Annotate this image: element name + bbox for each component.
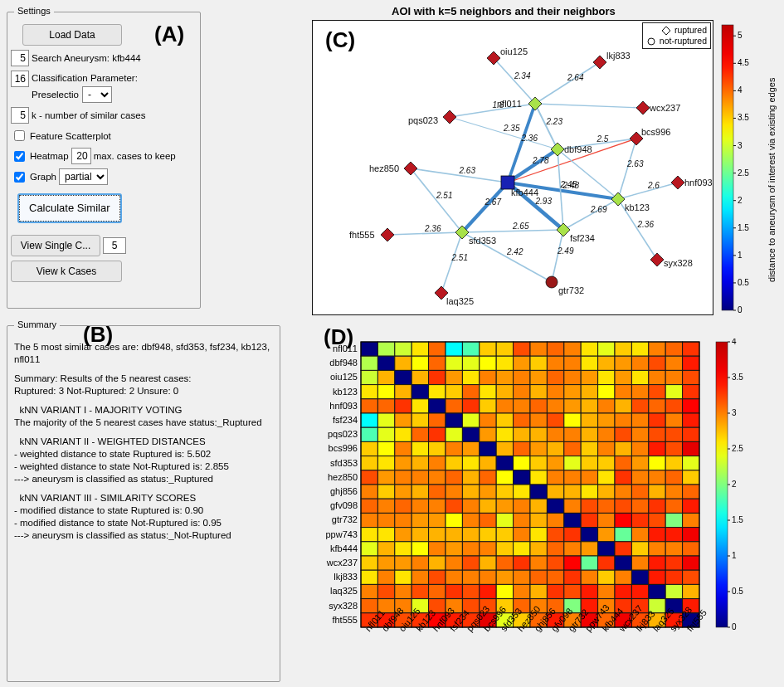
summary-line: The 5 most similar cases are: dbf948, sf…	[14, 341, 273, 366]
svg-rect-351	[665, 528, 682, 542]
graph-dropdown[interactable]: partial	[59, 168, 108, 185]
preselect-label: Preselectio	[32, 87, 79, 102]
svg-rect-233	[361, 456, 377, 470]
svg-rect-82	[514, 342, 530, 356]
svg-rect-305	[564, 499, 581, 513]
summary-line: - weighted distance to state Not-Rupture…	[14, 460, 273, 473]
svg-rect-410	[649, 570, 665, 584]
preselect-dropdown[interactable]: -	[82, 86, 112, 103]
svg-rect-158	[446, 399, 462, 413]
svg-rect-328	[615, 513, 631, 527]
svg-rect-290	[649, 485, 665, 499]
graph-node[interactable]	[443, 110, 456, 124]
graph-panel[interactable]: 2.782.362.672.932.482.632.232.342.641.82…	[312, 20, 713, 315]
svg-rect-131	[665, 370, 682, 384]
svg-rect-241	[496, 456, 513, 470]
svg-rect-325	[564, 513, 581, 527]
graph-node[interactable]	[546, 276, 558, 288]
heatmap-checkbox[interactable]	[14, 151, 25, 162]
svg-rect-143	[530, 385, 547, 399]
svg-rect-78	[446, 342, 462, 356]
heatmap-ylabel: dbf948	[329, 358, 358, 368]
graph-node[interactable]	[381, 228, 394, 241]
svg-rect-356	[411, 542, 428, 556]
svg-text:2.51: 2.51	[451, 253, 468, 262]
svg-rect-422	[514, 584, 530, 598]
k-input[interactable]	[11, 107, 29, 124]
graph-node[interactable]	[593, 56, 606, 69]
svg-rect-426	[581, 584, 597, 598]
svg-rect-100	[480, 356, 496, 370]
svg-rect-397	[429, 570, 446, 584]
svg-rect-194	[377, 427, 394, 441]
summary-panel-title: Summary	[14, 319, 60, 329]
heatmap-svg[interactable]: nfl011dbf948oiu125kb123hnf093fsf234pqs02…	[315, 339, 763, 684]
svg-rect-155	[395, 399, 411, 413]
svg-rect-260	[480, 470, 496, 485]
search-aneurysm-input[interactable]	[11, 50, 29, 66]
svg-rect-231	[665, 441, 682, 456]
svg-rect-137	[429, 385, 446, 399]
svg-rect-295	[395, 499, 411, 513]
svg-rect-338	[446, 528, 462, 542]
heatmap-panel[interactable]: nfl011dbf948oiu125kb123hnf093fsf234pqs02…	[315, 339, 763, 684]
svg-rect-50	[722, 25, 733, 310]
heatmap-ylabel: syx328	[329, 601, 358, 611]
svg-rect-230	[649, 441, 665, 456]
svg-rect-354	[377, 542, 394, 556]
svg-rect-361	[496, 542, 513, 556]
svg-rect-418	[446, 584, 462, 598]
graph-node[interactable]	[671, 176, 684, 189]
svg-rect-355	[395, 542, 411, 556]
svg-rect-157	[429, 399, 446, 413]
load-data-button[interactable]: Load Data	[22, 24, 122, 46]
svg-rect-89	[631, 342, 648, 356]
svg-rect-220	[480, 441, 496, 456]
svg-text:1: 1	[732, 551, 737, 560]
svg-rect-317	[429, 513, 446, 527]
scatterplot-checkbox[interactable]	[14, 130, 25, 141]
svg-rect-431	[665, 584, 682, 598]
section-label-a: (A)	[154, 22, 184, 47]
svg-rect-237	[429, 456, 446, 470]
svg-rect-156	[411, 399, 428, 413]
summary-line: Summary: Results of the 5 nearest cases:	[14, 373, 273, 385]
maxcases-input[interactable]	[71, 148, 91, 164]
svg-rect-288	[615, 485, 631, 499]
view-k-cases-button[interactable]: View k Cases	[11, 261, 122, 282]
graph-node[interactable]	[404, 162, 417, 175]
svg-rect-165	[564, 399, 581, 413]
graph-node-label: lkj833	[606, 51, 631, 61]
svg-rect-181	[496, 413, 513, 427]
calculate-similar-button[interactable]: Calculate Similar	[17, 193, 122, 223]
svg-text:2: 2	[738, 196, 743, 205]
view-single-case-input[interactable]	[103, 237, 126, 254]
svg-rect-417	[429, 584, 446, 598]
svg-rect-212	[683, 427, 699, 441]
svg-rect-153	[361, 399, 377, 413]
svg-rect-81	[496, 342, 513, 356]
svg-rect-210	[649, 427, 665, 441]
svg-rect-380	[480, 556, 496, 570]
graph-checkbox[interactable]	[14, 172, 25, 183]
class-param-input[interactable]	[11, 71, 29, 87]
svg-rect-281	[496, 485, 513, 499]
svg-rect-292	[683, 485, 699, 499]
view-single-case-button[interactable]: View Single C...	[11, 235, 100, 256]
svg-rect-387	[598, 556, 615, 570]
svg-rect-379	[462, 556, 479, 570]
svg-rect-103	[530, 356, 547, 370]
svg-rect-116	[411, 370, 428, 384]
svg-rect-207	[598, 427, 615, 441]
graph-node[interactable]	[650, 253, 664, 266]
svg-text:1.5: 1.5	[732, 515, 743, 524]
heatmap-ylabel: pqs023	[328, 429, 358, 439]
graph-node[interactable]	[636, 101, 650, 114]
svg-line-4	[462, 183, 508, 232]
svg-line-39	[552, 230, 563, 282]
svg-rect-265	[564, 470, 581, 485]
svg-rect-277	[429, 485, 446, 499]
graph-svg[interactable]: 2.782.362.672.932.482.632.232.342.641.82…	[313, 21, 714, 316]
svg-line-17	[535, 62, 600, 104]
svg-rect-257	[429, 470, 446, 485]
